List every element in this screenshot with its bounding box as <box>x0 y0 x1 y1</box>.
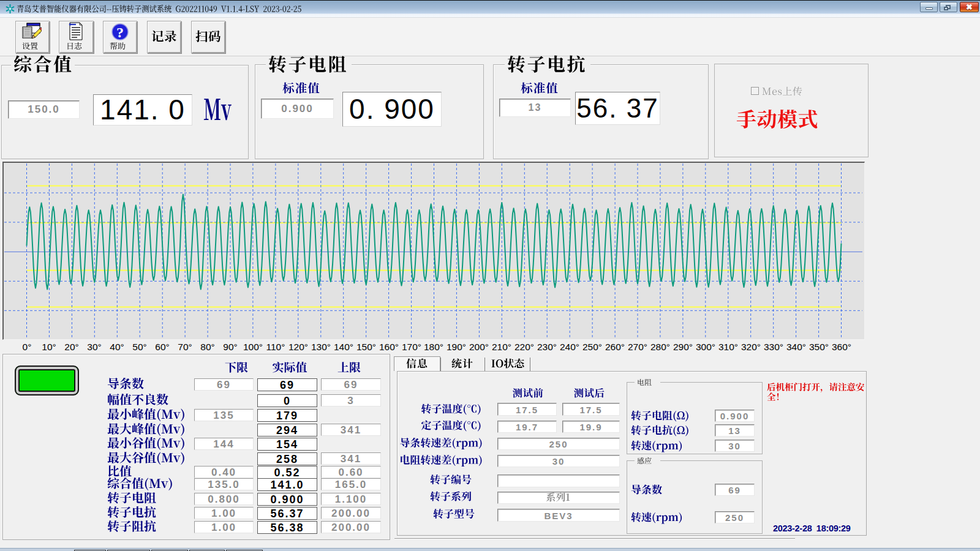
svg-text:?: ? <box>116 24 124 40</box>
